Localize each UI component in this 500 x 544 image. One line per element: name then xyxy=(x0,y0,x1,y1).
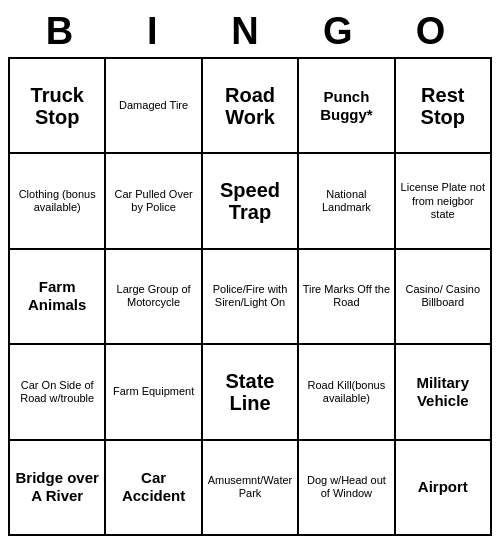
cell-10: Farm Animals xyxy=(10,250,106,345)
cell-text-21: Car Accident xyxy=(109,469,197,505)
cell-19: Military Vehicle xyxy=(396,345,492,440)
cell-12: Police/Fire with Siren/Light On xyxy=(203,250,299,345)
cell-24: Airport xyxy=(396,441,492,536)
cell-text-14: Casino/ Casino Billboard xyxy=(399,283,487,309)
cell-6: Car Pulled Over by Police xyxy=(106,154,202,249)
cell-text-19: Military Vehicle xyxy=(399,374,487,410)
title-o: O xyxy=(389,10,482,53)
bingo-grid: Truck StopDamaged TireRoad WorkPunch Bug… xyxy=(8,57,492,536)
cell-text-12: Police/Fire with Siren/Light On xyxy=(206,283,294,309)
cell-2: Road Work xyxy=(203,59,299,154)
cell-23: Dog w/Head out of Window xyxy=(299,441,395,536)
cell-22: Amusemnt/Water Park xyxy=(203,441,299,536)
cell-8: National Landmark xyxy=(299,154,395,249)
cell-text-20: Bridge over A River xyxy=(13,469,101,505)
cell-text-10: Farm Animals xyxy=(13,278,101,314)
cell-text-16: Farm Equipment xyxy=(113,385,194,398)
cell-text-8: National Landmark xyxy=(302,188,390,214)
cell-text-6: Car Pulled Over by Police xyxy=(109,188,197,214)
cell-3: Punch Buggy* xyxy=(299,59,395,154)
cell-7: Speed Trap xyxy=(203,154,299,249)
cell-text-5: Clothing (bonus available) xyxy=(13,188,101,214)
cell-text-2: Road Work xyxy=(206,84,294,128)
cell-text-18: Road Kill(bonus available) xyxy=(302,379,390,405)
cell-16: Farm Equipment xyxy=(106,345,202,440)
cell-text-0: Truck Stop xyxy=(13,84,101,128)
bingo-title: B I N G O xyxy=(8,8,492,57)
cell-text-23: Dog w/Head out of Window xyxy=(302,474,390,500)
cell-20: Bridge over A River xyxy=(10,441,106,536)
cell-4: Rest Stop xyxy=(396,59,492,154)
title-b: B xyxy=(18,10,111,53)
cell-15: Car On Side of Road w/trouble xyxy=(10,345,106,440)
cell-11: Large Group of Motorcycle xyxy=(106,250,202,345)
cell-9: License Plate not from neigbor state xyxy=(396,154,492,249)
title-g: G xyxy=(296,10,389,53)
cell-text-7: Speed Trap xyxy=(206,179,294,223)
cell-text-17: State Line xyxy=(206,370,294,414)
cell-text-13: Tire Marks Off the Road xyxy=(302,283,390,309)
title-n: N xyxy=(204,10,297,53)
cell-text-11: Large Group of Motorcycle xyxy=(109,283,197,309)
cell-text-15: Car On Side of Road w/trouble xyxy=(13,379,101,405)
title-i: I xyxy=(111,10,204,53)
cell-13: Tire Marks Off the Road xyxy=(299,250,395,345)
cell-17: State Line xyxy=(203,345,299,440)
cell-14: Casino/ Casino Billboard xyxy=(396,250,492,345)
cell-0: Truck Stop xyxy=(10,59,106,154)
cell-text-9: License Plate not from neigbor state xyxy=(399,181,487,221)
cell-18: Road Kill(bonus available) xyxy=(299,345,395,440)
cell-text-1: Damaged Tire xyxy=(119,99,188,112)
cell-1: Damaged Tire xyxy=(106,59,202,154)
cell-21: Car Accident xyxy=(106,441,202,536)
cell-text-4: Rest Stop xyxy=(399,84,487,128)
cell-text-22: Amusemnt/Water Park xyxy=(206,474,294,500)
cell-text-3: Punch Buggy* xyxy=(302,88,390,124)
cell-text-24: Airport xyxy=(418,478,468,496)
cell-5: Clothing (bonus available) xyxy=(10,154,106,249)
